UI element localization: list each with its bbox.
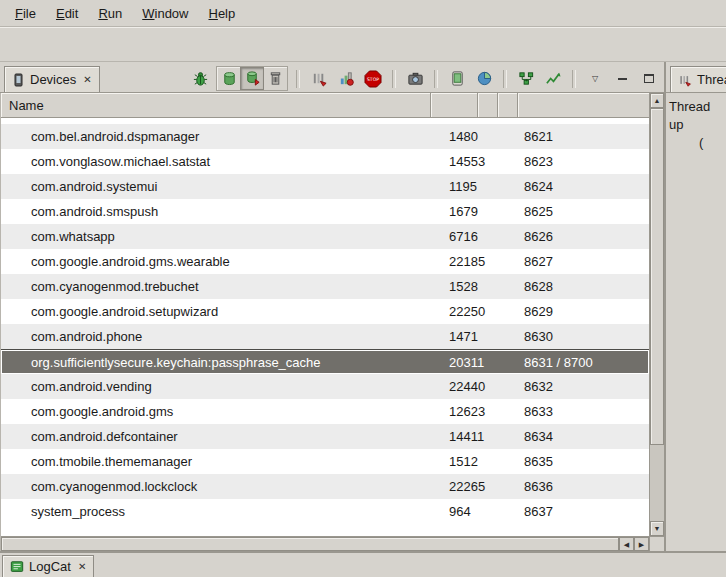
process-pid: 22440: [431, 379, 518, 394]
down-arrow-icon: ▼: [654, 525, 661, 532]
device-icon: [12, 73, 25, 87]
table-row[interactable]: org.sufficientlysecure.keychain:passphra…: [1, 349, 649, 374]
vertical-scroll-thumb[interactable]: [650, 108, 664, 445]
tree-icon: [518, 70, 535, 87]
table-row[interactable]: com.android.phone 1471 8630: [1, 324, 649, 349]
process-name: com.google.android.gms: [1, 404, 431, 419]
process-port: 8621: [518, 129, 649, 144]
tab-logcat[interactable]: LogCat ✕: [2, 555, 94, 577]
process-port: 8635: [518, 454, 649, 469]
scroll-left-button[interactable]: ◀: [619, 537, 634, 551]
menu-item-help[interactable]: Help: [199, 3, 244, 24]
table-row[interactable]: com.whatsapp 6716 8626: [1, 224, 649, 249]
column-header-port[interactable]: [518, 93, 649, 117]
screen-capture-button[interactable]: [404, 68, 426, 89]
process-pid: 1195: [431, 179, 518, 194]
trash-icon: [267, 70, 284, 87]
table-row[interactable]: com.cyanogenmod.trebuchet 1528 8628: [1, 274, 649, 299]
column-header-heap[interactable]: [478, 93, 498, 117]
table-row[interactable]: com.android.smspush 1679 8625: [1, 199, 649, 224]
left-arrow-icon: ◀: [624, 541, 629, 548]
table-row[interactable]: com.google.android.gms 12623 8633: [1, 399, 649, 424]
threads-tab-bar: Threads: [666, 62, 726, 93]
table-row[interactable]: com.android.defcontainer 14411 8634: [1, 424, 649, 449]
graph-button[interactable]: [542, 68, 564, 89]
column-header-pid[interactable]: [431, 93, 478, 117]
process-port: 8636: [518, 479, 649, 494]
menu-item-file[interactable]: File: [6, 3, 45, 24]
process-name: com.tmobile.thememanager: [1, 454, 431, 469]
debug-process-button[interactable]: [189, 68, 211, 89]
table-row[interactable]: com.bel.android.dspmanager 1480 8621: [1, 124, 649, 149]
devices-toolbar: STOP: [189, 66, 660, 91]
update-heap-button[interactable]: [218, 68, 240, 89]
menu-item-run[interactable]: Run: [89, 3, 131, 24]
ui-automator-button[interactable]: [446, 68, 468, 89]
table-row[interactable]: com.google.android.gms.wearable 22185 86…: [1, 249, 649, 274]
process-pid: 964: [431, 504, 518, 519]
devices-tab-bar: Devices ✕: [0, 62, 664, 93]
table-row[interactable]: com.vonglasow.michael.satstat 14553 8623: [1, 149, 649, 174]
close-icon[interactable]: ✕: [76, 561, 86, 572]
table-row[interactable]: system_process 964 8637: [1, 499, 649, 524]
process-name: com.google.android.setupwizard: [1, 304, 431, 319]
vertical-scroll-track[interactable]: [650, 445, 664, 521]
process-name: com.android.vending: [1, 379, 431, 394]
minimize-button[interactable]: [611, 68, 633, 89]
process-name: com.android.defcontainer: [1, 429, 431, 444]
scroll-right-button[interactable]: ▶: [634, 537, 649, 551]
column-header-threads[interactable]: [498, 93, 518, 117]
workbench: Devices ✕: [0, 62, 726, 551]
stop-process-button[interactable]: STOP: [362, 68, 384, 89]
dump-hprof-button[interactable]: [240, 67, 264, 90]
process-pid: 14411: [431, 429, 518, 444]
table-row[interactable]: com.android.systemui 1195 8624: [1, 174, 649, 199]
scroll-down-button[interactable]: ▼: [650, 521, 664, 536]
process-pid: 1528: [431, 279, 518, 294]
logcat-tab-label: LogCat: [29, 559, 71, 574]
system-info-button[interactable]: [473, 68, 495, 89]
threads-update-icon: [311, 70, 328, 87]
method-profiling-button[interactable]: [335, 68, 357, 89]
table-row[interactable]: com.cyanogenmod.lockclock 22265 8636: [1, 474, 649, 499]
tree-view-button[interactable]: [515, 68, 537, 89]
menu-item-window[interactable]: Window: [133, 3, 197, 24]
toolbar-separator: [392, 70, 396, 88]
view-menu-button[interactable]: ▽: [584, 68, 606, 89]
table-row[interactable]: com.tmobile.thememanager 1512 8635: [1, 449, 649, 474]
process-name: com.android.systemui: [1, 179, 431, 194]
bug-icon: [192, 70, 209, 87]
profiling-icon: [338, 70, 355, 87]
scroll-up-button[interactable]: ▲: [650, 93, 664, 108]
process-port: 8628: [518, 279, 649, 294]
menu-item-edit[interactable]: Edit: [47, 3, 87, 24]
update-threads-button[interactable]: [308, 68, 330, 89]
table-row[interactable]: com.google.android.setupwizard 22250 862…: [1, 299, 649, 324]
tab-devices[interactable]: Devices ✕: [4, 66, 100, 92]
application-window: File Edit Run Window Help Devices ✕: [0, 0, 726, 577]
threads-icon: [678, 73, 692, 87]
logcat-bar: LogCat ✕: [0, 551, 726, 577]
process-port: 8633: [518, 404, 649, 419]
process-pid: 1512: [431, 454, 518, 469]
scrollbar-corner: [649, 536, 664, 551]
right-arrow-icon: ▶: [639, 541, 644, 548]
table-body: com.bel.android.dspmanager 1480 8621 com…: [1, 118, 649, 543]
cause-gc-button[interactable]: [264, 68, 286, 89]
table-row[interactable]: com.android.vending 22440 8632: [1, 374, 649, 399]
horizontal-scroll-thumb[interactable]: [1, 537, 619, 551]
horizontal-scrollbar[interactable]: ◀ ▶: [1, 536, 649, 551]
tab-threads[interactable]: Threads: [670, 66, 726, 92]
process-name: com.vonglasow.michael.satstat: [1, 154, 431, 169]
vertical-scrollbar[interactable]: ▲ ▼: [649, 93, 664, 536]
maximize-button[interactable]: [638, 68, 660, 89]
svg-text:STOP: STOP: [367, 77, 379, 82]
devices-tab-label: Devices: [30, 72, 76, 87]
threads-message-line1: Thread up: [669, 98, 723, 134]
devices-panel: Devices ✕: [0, 62, 666, 551]
close-icon[interactable]: ✕: [81, 74, 91, 85]
toolbar-separator: [572, 70, 576, 88]
minimize-icon: [618, 78, 627, 80]
heap-button-group: [216, 66, 288, 91]
column-header-name[interactable]: Name: [1, 93, 431, 117]
